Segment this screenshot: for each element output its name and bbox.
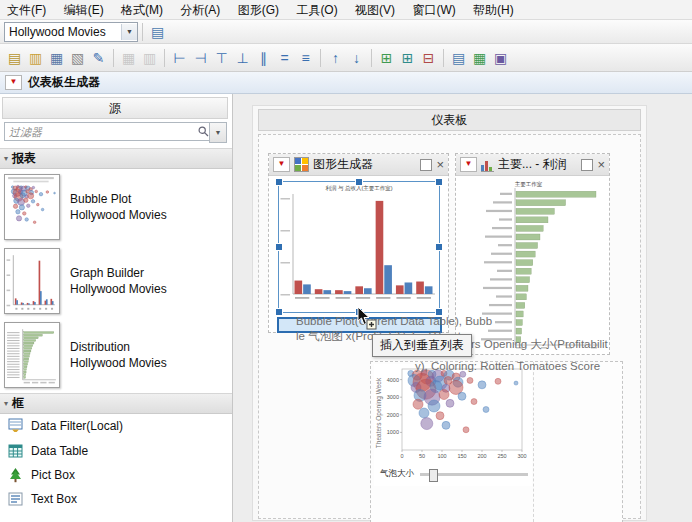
red-triangle-menu-icon[interactable]: ▼	[273, 157, 290, 172]
report-item-distribution[interactable]: Distribution Hollywood Movies	[4, 320, 228, 390]
boxes-section-header[interactable]: ▾ 框	[0, 393, 232, 414]
center-horizontal-icon[interactable]: ∥	[253, 47, 274, 68]
dashboard-canvas: 仪表板 ▼ 图形生成器 × 利润 与 总收入(主要工作室)	[233, 94, 692, 522]
selection-handle[interactable]	[355, 178, 363, 186]
menu-analyze[interactable]: 分析(A)	[173, 0, 227, 21]
panel-title-bar[interactable]: ▼ 主要... - 利润 ×	[456, 154, 609, 176]
box-item-text-box[interactable]: Text Box	[8, 489, 77, 509]
close-icon[interactable]: ×	[436, 160, 444, 170]
box-item-label: Data Filter(Local)	[31, 419, 123, 433]
svg-text:3000: 3000	[387, 394, 399, 400]
journal-icon[interactable]: ▤	[448, 47, 469, 68]
toolbar-separator	[320, 49, 321, 67]
script-icon[interactable]: ✎	[88, 47, 109, 68]
toolbar-main: ▤ ▥ ▦ ▧ ✎ ▦ ▥ ⊢ ⊣ ⊤ ⊥ ∥ = ≡ ↑ ↓ ⊞ ⊞ ⊟ ▤ …	[0, 44, 692, 72]
bubble-size-slider[interactable]	[420, 473, 528, 476]
red-triangle-menu-icon[interactable]: ▼	[460, 157, 477, 172]
chevron-down-icon[interactable]: ▼	[121, 24, 137, 40]
text-box-icon	[8, 491, 23, 507]
menu-window[interactable]: 窗口(W)	[405, 0, 462, 21]
selection-handle[interactable]	[275, 243, 283, 251]
menu-tools[interactable]: 工具(O)	[289, 0, 344, 21]
reports-section-label: 报表	[12, 150, 36, 167]
collapse-triangle-icon[interactable]: ▾	[4, 154, 8, 163]
box-item-pict-box[interactable]: Pict Box	[8, 465, 75, 485]
save-icon[interactable]: ▦	[46, 47, 67, 68]
menu-help[interactable]: 帮助(H)	[466, 0, 521, 21]
menu-edit[interactable]: 编辑(E)	[57, 0, 111, 21]
align-bottom-icon[interactable]: ⊥	[232, 47, 253, 68]
add-column-icon[interactable]: ⊞	[397, 47, 418, 68]
box-item-data-filter[interactable]: Data Filter(Local)	[8, 416, 123, 436]
distribution-thumbnail	[4, 322, 60, 388]
dashboard-panel-bubble-plot[interactable]: Theaters Opening Week 100020003000400005…	[370, 361, 623, 522]
collapse-triangle-icon[interactable]: ▾	[4, 399, 8, 408]
copy-icon[interactable]: ▧	[67, 47, 88, 68]
table-disabled-icon: ▦	[118, 47, 139, 68]
svg-text:2000: 2000	[387, 412, 399, 418]
panel-title: 主要... - 利润	[498, 156, 577, 173]
close-icon[interactable]: ×	[597, 160, 605, 170]
filter-searchbox: ▼	[4, 122, 227, 141]
selection-handle[interactable]	[435, 243, 443, 251]
box-item-label: Pict Box	[31, 468, 75, 482]
boxes-section-label: 框	[12, 395, 24, 412]
svg-text:50: 50	[419, 453, 425, 459]
menu-format[interactable]: 格式(M)	[114, 0, 170, 21]
selection-handle[interactable]	[275, 308, 283, 316]
selection-handle[interactable]	[435, 178, 443, 186]
add-graph-icon[interactable]: ⊞	[376, 47, 397, 68]
bubble-plot-chart[interactable]: Theaters Opening Week 100020003000400005…	[374, 364, 532, 486]
distribute-icon[interactable]: ≡	[295, 47, 316, 68]
panel-maximize-checkbox[interactable]	[420, 159, 432, 171]
panel-maximize-checkbox[interactable]	[581, 159, 593, 171]
toolbar-separator	[371, 49, 372, 67]
report-subtitle: Hollywood Movies	[70, 355, 167, 371]
move-down-icon[interactable]: ↓	[346, 47, 367, 68]
data-table-combobox[interactable]: Hollywood Movies ▼	[4, 22, 138, 42]
source-panel-title: 源	[2, 97, 228, 119]
report-item-bubble-plot[interactable]: Bubble Plot Hollywood Movies	[4, 172, 228, 242]
bubble-size-label: 气泡大小	[380, 468, 414, 480]
selected-graph-builder-chart[interactable]: 利润 与 总收入(主要工作室)	[278, 181, 440, 313]
toolbar-separator	[142, 23, 143, 41]
app-window: { "menu": {"items": ["文件(F)","编辑(E)","格式…	[0, 0, 692, 522]
toolbar-datatable: Hollywood Movies ▼ ▤	[0, 20, 692, 44]
box-item-data-table[interactable]: Data Table	[8, 441, 88, 461]
move-up-icon[interactable]: ↑	[325, 47, 346, 68]
selection-handle[interactable]	[275, 178, 283, 186]
menu-view[interactable]: 视图(V)	[348, 0, 402, 21]
report-subtitle: Hollywood Movies	[70, 281, 167, 297]
menu-graph[interactable]: 图形(G)	[231, 0, 286, 21]
distribution-icon	[481, 158, 494, 172]
align-top-icon[interactable]: ⊤	[211, 47, 232, 68]
new-data-table-icon[interactable]: ▤	[4, 47, 25, 68]
data-table-icon	[8, 443, 23, 459]
center-vertical-icon[interactable]: =	[274, 47, 295, 68]
drag-ghost-text: Bubble Plot(Current Data Table), Bubb	[296, 315, 492, 327]
filter-dropdown-icon[interactable]: ▼	[209, 122, 227, 143]
journal-icon[interactable]: ▤	[147, 21, 168, 42]
toolbar-separator	[164, 49, 165, 67]
panel-body[interactable]: 主要工作室	[456, 176, 609, 354]
svg-text:300: 300	[517, 453, 526, 459]
align-right-icon[interactable]: ⊣	[190, 47, 211, 68]
remove-item-icon[interactable]: ⊟	[418, 47, 439, 68]
report-title: Graph Builder	[70, 265, 167, 281]
slider-handle[interactable]	[429, 469, 438, 482]
new-window-icon[interactable]: ▣	[490, 47, 511, 68]
dashboard-title-bar: 仪表板	[258, 109, 641, 131]
red-triangle-menu-icon[interactable]: ▼	[5, 75, 22, 90]
svg-text:主要工作室: 主要工作室	[515, 181, 543, 188]
open-file-icon[interactable]: ▥	[25, 47, 46, 68]
filter-search-input[interactable]	[4, 122, 209, 141]
align-left-icon[interactable]: ⊢	[169, 47, 190, 68]
panel-title-bar[interactable]: ▼ 图形生成器 ×	[269, 154, 448, 176]
dashboard-icon[interactable]: ▦	[469, 47, 490, 68]
combobox-value: Hollywood Movies	[5, 25, 121, 39]
menu-file[interactable]: 文件(F)	[0, 0, 53, 21]
page-title: 仪表板生成器	[28, 74, 100, 91]
reports-section-header[interactable]: ▾ 报表	[0, 148, 232, 169]
report-item-graph-builder[interactable]: Graph Builder Hollywood Movies	[4, 246, 228, 316]
dashboard-builder-header: ▼ 仪表板生成器	[0, 72, 692, 94]
